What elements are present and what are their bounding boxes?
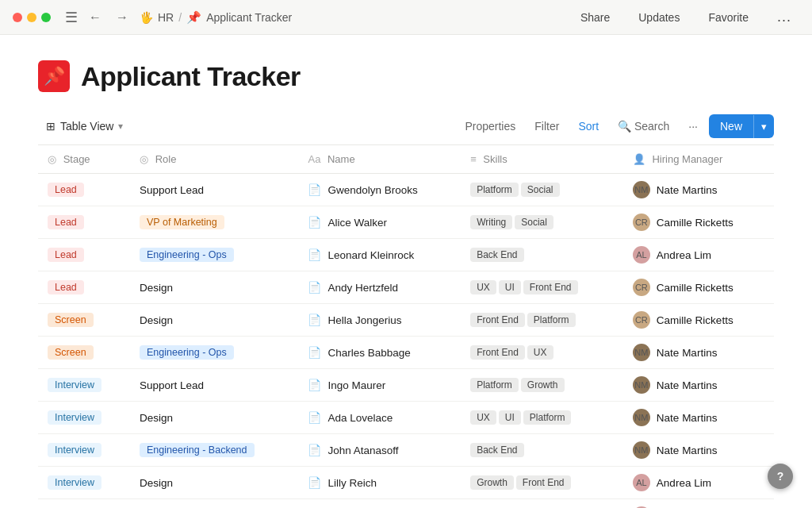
back-button[interactable]: ← xyxy=(86,9,105,26)
stage-cell: Lead xyxy=(38,271,130,304)
stage-cell: Interview xyxy=(38,369,130,402)
manager-info: CRCamille Ricketts xyxy=(633,311,764,329)
help-button[interactable]: ? xyxy=(768,464,793,489)
manager-info: NMNate Martins xyxy=(633,344,764,361)
stage-cell: Offer xyxy=(38,499,130,509)
role-cell: Design xyxy=(130,304,298,337)
role-badge: Engineering - Ops xyxy=(140,248,234,262)
minimize-button[interactable] xyxy=(27,13,36,22)
document-icon: 📄 xyxy=(308,411,321,424)
skill-badge: Back End xyxy=(470,443,523,457)
avatar: NM xyxy=(633,409,650,426)
manager-cell: NMNate Martins xyxy=(623,369,774,402)
col-header-manager: 👤 Hiring Manager xyxy=(623,145,774,174)
toolbar-left: ⊞ Table View ▾ xyxy=(38,115,131,137)
skill-badge: Social xyxy=(521,183,560,197)
avatar: CR xyxy=(633,214,650,231)
skill-badge: UX xyxy=(470,280,496,294)
skill-badge: UX xyxy=(527,345,553,360)
avatar: AL xyxy=(633,246,650,264)
breadcrumb-page-name[interactable]: Applicant Tracker xyxy=(206,11,292,24)
more-options-button[interactable]: ... xyxy=(769,4,799,30)
manager-info: ALAndrea Lim xyxy=(633,246,764,264)
skills-cell: Front EndPlatform xyxy=(461,304,623,337)
avatar: NM xyxy=(633,344,650,361)
name-cell[interactable]: 📄Lilly Reich xyxy=(298,467,461,499)
col-header-role: ◎ Role xyxy=(130,145,298,174)
document-icon: 📄 xyxy=(308,248,321,261)
stage-cell: Lead xyxy=(38,174,130,206)
document-icon: 📄 xyxy=(308,183,321,196)
skill-badge: Growth xyxy=(521,378,565,392)
role-cell: Engineering - Backend xyxy=(130,434,298,467)
properties-button[interactable]: Properties xyxy=(457,115,523,137)
manager-cell: NMNate Martins xyxy=(623,337,774,369)
role-cell: Engineering - Ops xyxy=(130,337,298,369)
forward-button[interactable]: → xyxy=(113,9,132,26)
skill-badge: Growth xyxy=(470,475,514,490)
name-cell[interactable]: 📄Hella Jongerius xyxy=(298,304,461,337)
skills-cell: Back End xyxy=(461,239,623,271)
manager-info: ALAndrea Lim xyxy=(633,474,764,491)
breadcrumb-page-icon: 📌 xyxy=(186,10,201,25)
avatar: AL xyxy=(633,474,650,491)
breadcrumb-separator: / xyxy=(178,11,182,24)
role-cell: Support Lead xyxy=(130,174,298,206)
role-cell: Support Lead xyxy=(130,369,298,402)
table-row[interactable]: OfferVP of Marketing📄Toni MorrisonWritin… xyxy=(38,499,774,509)
skills-cell: Writing xyxy=(461,499,623,509)
col-header-name: Aa Name xyxy=(298,145,461,174)
manager-cell: ALAndrea Lim xyxy=(623,239,774,271)
name-cell[interactable]: 📄Ingo Maurer xyxy=(298,369,461,402)
manager-name: Nate Martins xyxy=(657,347,718,359)
table-row[interactable]: InterviewSupport Lead📄Ingo MaurerPlatfor… xyxy=(38,369,774,402)
name-cell[interactable]: 📄Charles Babbage xyxy=(298,337,461,369)
chevron-down-icon: ▾ xyxy=(118,121,123,132)
name-cell[interactable]: 📄John Atanasoff xyxy=(298,434,461,467)
breadcrumb-hr[interactable]: HR xyxy=(158,11,174,24)
stage-badge: Lead xyxy=(48,280,84,294)
skill-badge: Platform xyxy=(523,410,572,425)
stage-col-icon: ◎ xyxy=(48,153,56,165)
name-cell[interactable]: 📄Leonard Kleinrock xyxy=(298,239,461,271)
manager-name: Andrea Lim xyxy=(657,477,711,489)
close-button[interactable] xyxy=(13,13,22,22)
table-row[interactable]: LeadEngineering - Ops📄Leonard KleinrockB… xyxy=(38,239,774,271)
manager-info: NMNate Martins xyxy=(633,181,764,198)
updates-button[interactable]: Updates xyxy=(630,6,688,29)
manager-cell: CRCamille Ricketts xyxy=(623,271,774,304)
sort-button[interactable]: Sort xyxy=(570,115,607,137)
new-button-label: New xyxy=(709,114,753,138)
table-row[interactable]: LeadSupport Lead📄Gwendolyn BrooksPlatfor… xyxy=(38,174,774,206)
page-title: Applicant Tracker xyxy=(81,61,301,92)
col-header-skills: ≡ Skills xyxy=(461,145,623,174)
table-row[interactable]: InterviewDesign📄Ada LovelaceUXUIPlatform… xyxy=(38,402,774,434)
name-cell[interactable]: 📄Andy Hertzfeld xyxy=(298,271,461,304)
name-cell[interactable]: 📄Alice Walker xyxy=(298,206,461,239)
table-row[interactable]: ScreenEngineering - Ops📄Charles BabbageF… xyxy=(38,337,774,369)
sidebar-toggle[interactable]: ☰ xyxy=(65,9,78,26)
name-cell[interactable]: 📄Ada Lovelace xyxy=(298,402,461,434)
more-toolbar-button[interactable]: ··· xyxy=(680,115,706,137)
applicant-name: Andy Hertzfeld xyxy=(327,282,398,294)
table-row[interactable]: LeadDesign📄Andy HertzfeldUXUIFront EndCR… xyxy=(38,271,774,304)
name-cell[interactable]: 📄Toni Morrison xyxy=(298,499,461,509)
document-icon: 📄 xyxy=(308,379,321,391)
table-row[interactable]: InterviewEngineering - Backend📄John Atan… xyxy=(38,434,774,467)
filter-button[interactable]: Filter xyxy=(527,115,567,137)
stage-cell: Screen xyxy=(38,337,130,369)
avatar: NM xyxy=(633,376,650,394)
table-view-button[interactable]: ⊞ Table View ▾ xyxy=(38,115,131,137)
favorite-button[interactable]: Favorite xyxy=(700,6,756,29)
table-row[interactable]: InterviewDesign📄Lilly ReichGrowthFront E… xyxy=(38,467,774,499)
search-button[interactable]: 🔍 Search xyxy=(610,115,677,137)
name-cell[interactable]: 📄Gwendolyn Brooks xyxy=(298,174,461,206)
table-row[interactable]: ScreenDesign📄Hella JongeriusFront EndPla… xyxy=(38,304,774,337)
maximize-button[interactable] xyxy=(41,13,51,22)
skill-badge: Writing xyxy=(470,215,512,229)
table-row[interactable]: LeadVP of Marketing📄Alice WalkerWritingS… xyxy=(38,206,774,239)
manager-name: Camille Ricketts xyxy=(657,217,733,229)
new-button[interactable]: New ▾ xyxy=(709,114,774,138)
share-button[interactable]: Share xyxy=(573,6,618,29)
manager-info: CRCamille Ricketts xyxy=(633,214,764,231)
